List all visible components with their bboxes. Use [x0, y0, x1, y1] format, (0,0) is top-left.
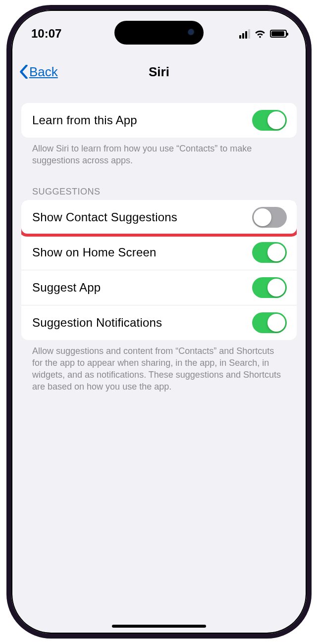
row-show-on-home-screen[interactable]: Show on Home Screen: [21, 235, 297, 270]
row-show-contact-suggestions[interactable]: Show Contact Suggestions: [21, 200, 297, 235]
wifi-icon: [254, 29, 266, 39]
nav-bar: Back Siri: [11, 59, 307, 84]
toggle-show-on-home-screen[interactable]: [252, 242, 287, 263]
dynamic-island: [114, 21, 204, 45]
status-time: 10:07: [31, 27, 61, 41]
cellular-signal-icon: [239, 29, 250, 39]
row-label: Learn from this App: [32, 113, 137, 127]
settings-scroll-area[interactable]: Learn from this App Allow Siri to learn …: [11, 94, 307, 634]
front-camera-icon: [188, 29, 196, 37]
group-footer-learn: Allow Siri to learn from how you use “Co…: [21, 138, 297, 167]
group-header-suggestions: SUGGESTIONS: [21, 187, 297, 200]
row-label: Suggestion Notifications: [32, 316, 162, 330]
row-label: Show Contact Suggestions: [32, 210, 177, 224]
toggle-learn-from-app[interactable]: [252, 110, 287, 131]
back-button[interactable]: Back: [19, 64, 58, 80]
toggle-show-contact-suggestions[interactable]: [252, 207, 287, 228]
home-indicator[interactable]: [112, 625, 206, 628]
toggle-suggest-app[interactable]: [252, 277, 287, 298]
group-suggestions: SUGGESTIONS Show Contact Suggestions Sho…: [21, 187, 297, 393]
row-suggest-app[interactable]: Suggest App: [21, 270, 297, 305]
row-suggestion-notifications[interactable]: Suggestion Notifications: [21, 305, 297, 340]
row-label: Suggest App: [32, 281, 101, 295]
battery-icon: [270, 30, 287, 38]
row-learn-from-app[interactable]: Learn from this App: [21, 103, 297, 138]
iphone-frame: 10:07 Back Siri: [6, 5, 312, 639]
chevron-left-icon: [19, 65, 28, 79]
group-learn: Learn from this App Allow Siri to learn …: [21, 103, 297, 167]
back-label: Back: [29, 64, 58, 80]
group-footer-suggestions: Allow suggestions and content from “Cont…: [21, 340, 297, 393]
row-label: Show on Home Screen: [32, 246, 157, 259]
toggle-suggestion-notifications[interactable]: [252, 312, 287, 333]
